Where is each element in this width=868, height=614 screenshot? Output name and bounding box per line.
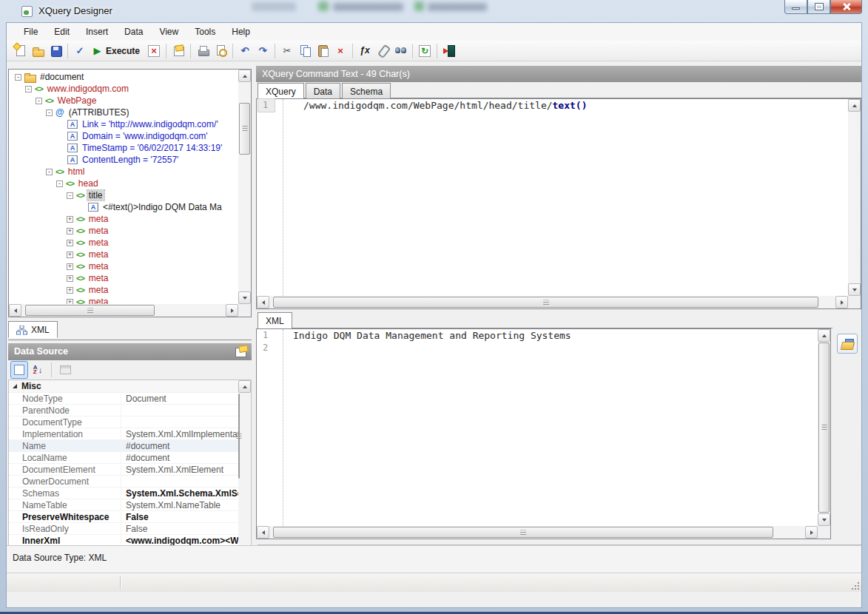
- tree-node[interactable]: +<>meta: [9, 284, 238, 296]
- scroll-right-button[interactable]: [805, 526, 818, 539]
- scroll-up-button[interactable]: [818, 329, 830, 342]
- property-row[interactable]: ParentNode: [9, 405, 238, 416]
- tree-node[interactable]: -<>WebPage: [9, 95, 238, 107]
- menu-item-insert[interactable]: Insert: [78, 23, 116, 41]
- tree-node[interactable]: +<>meta: [9, 296, 238, 304]
- tree-node[interactable]: +<>meta: [9, 272, 238, 284]
- alphabetical-sort-button[interactable]: AZ ↓: [30, 362, 46, 378]
- tree-node[interactable]: ADomain = 'www.indigodqm.com': [9, 130, 238, 142]
- refresh-button[interactable]: ↻: [416, 42, 434, 60]
- execute-button[interactable]: ▶Execute: [89, 42, 145, 60]
- scroll-left-button[interactable]: [257, 296, 269, 308]
- scroll-right-button[interactable]: [226, 304, 238, 317]
- tree-expander[interactable]: +: [67, 252, 73, 258]
- menu-item-tools[interactable]: Tools: [186, 23, 223, 41]
- tree-expander[interactable]: -: [46, 169, 53, 175]
- tree-vertical-scrollbar[interactable]: [238, 70, 251, 304]
- maximize-button[interactable]: [807, 0, 830, 14]
- categorized-view-button[interactable]: [11, 362, 27, 378]
- editor-vertical-scrollbar[interactable]: [848, 99, 861, 296]
- property-grid-scrollbar[interactable]: [238, 380, 251, 565]
- scrollbar-thumb[interactable]: [273, 527, 773, 538]
- open-button[interactable]: [29, 42, 47, 60]
- tree-expander[interactable]: -: [15, 74, 21, 81]
- menu-item-file[interactable]: File: [16, 23, 46, 41]
- scroll-right-button[interactable]: [835, 296, 848, 308]
- tree-node[interactable]: -<>head: [9, 178, 238, 189]
- stop-button[interactable]: ×: [145, 42, 163, 60]
- tree-node[interactable]: +<>meta: [9, 260, 238, 272]
- scrollbar-thumb[interactable]: [239, 103, 250, 155]
- category-expander-icon[interactable]: [13, 384, 17, 388]
- scroll-up-button[interactable]: [238, 380, 251, 393]
- properties-window-icon[interactable]: [235, 345, 248, 357]
- property-row[interactable]: PreserveWhitespaceFalse: [9, 511, 238, 523]
- tree-node[interactable]: +<>meta: [9, 237, 238, 249]
- menu-item-data[interactable]: Data: [116, 23, 151, 41]
- attach-button[interactable]: [374, 42, 391, 60]
- tree-expander[interactable]: +: [67, 228, 73, 235]
- property-row[interactable]: OwnerDocument: [9, 476, 238, 488]
- copy-button[interactable]: [296, 42, 314, 60]
- open-result-button[interactable]: [837, 334, 858, 354]
- tree-node[interactable]: -<>title: [9, 189, 238, 201]
- xquery-code-editor[interactable]: 1 /www.indigodqm.com/WebPage/html/head/t…: [256, 98, 861, 309]
- property-row[interactable]: SchemasSystem.Xml.Schema.XmlSc: [9, 488, 238, 499]
- function-button[interactable]: ƒx: [356, 42, 374, 60]
- tree-node[interactable]: +<>meta: [9, 249, 238, 260]
- properties-button[interactable]: [169, 42, 187, 60]
- new-document-button[interactable]: [11, 42, 29, 60]
- scroll-left-button[interactable]: [9, 304, 21, 317]
- tree-node[interactable]: ALink = 'http://www.indigodqm.com/': [9, 118, 238, 130]
- tree-expander[interactable]: -: [36, 98, 42, 104]
- property-row[interactable]: ImplementationSystem.Xml.XmlImplementati…: [9, 428, 238, 440]
- property-row[interactable]: DocumentElementSystem.Xml.XmlElement: [9, 464, 238, 476]
- tree-node[interactable]: -<>www.indigodqm.com: [9, 83, 238, 95]
- tab-xml-result[interactable]: XML: [258, 312, 292, 329]
- resize-grip-icon[interactable]: [851, 581, 860, 590]
- scrollbar-thumb[interactable]: [238, 394, 240, 479]
- redo-button[interactable]: ↷: [254, 42, 272, 60]
- tree-node[interactable]: AContentLength = '72557': [9, 154, 238, 166]
- property-row[interactable]: IsReadOnlyFalse: [9, 523, 238, 535]
- tree-expander[interactable]: +: [67, 299, 73, 305]
- tree-expander[interactable]: +: [67, 240, 73, 246]
- paste-button[interactable]: [314, 42, 332, 60]
- tree-expander[interactable]: -: [67, 192, 73, 199]
- property-row[interactable]: NameTableSystem.Xml.NameTable: [9, 499, 238, 511]
- find-button[interactable]: [391, 42, 409, 60]
- validate-button[interactable]: ✓: [71, 42, 89, 60]
- property-row[interactable]: NodeTypeDocument: [9, 393, 238, 405]
- title-bar[interactable]: XQuery Designer: [0, 0, 868, 22]
- tree-expander[interactable]: +: [67, 275, 73, 282]
- scroll-down-button[interactable]: [238, 291, 251, 304]
- result-horizontal-scrollbar[interactable]: [257, 526, 818, 539]
- tree-node[interactable]: -@(ATTRIBUTES): [9, 107, 238, 118]
- minimize-button[interactable]: [784, 0, 807, 14]
- tree-expander[interactable]: +: [67, 263, 73, 270]
- scroll-down-button[interactable]: [848, 283, 861, 296]
- tab-xml-tree[interactable]: XML: [8, 321, 58, 338]
- tree-node[interactable]: +<>meta: [9, 213, 238, 225]
- editor-horizontal-scrollbar[interactable]: [257, 296, 848, 308]
- scroll-up-button[interactable]: [848, 99, 861, 112]
- cut-button[interactable]: ✂: [278, 42, 296, 60]
- tree-node[interactable]: -#document: [9, 71, 238, 83]
- property-pages-button[interactable]: [57, 362, 73, 378]
- scrollbar-thumb[interactable]: [273, 297, 818, 308]
- tree-expander[interactable]: +: [67, 216, 73, 223]
- tree-node[interactable]: +<>meta: [9, 225, 238, 237]
- scrollbar-thumb[interactable]: [818, 343, 830, 513]
- result-vertical-scrollbar[interactable]: [818, 329, 830, 526]
- tree-expander[interactable]: -: [25, 86, 32, 92]
- exit-button[interactable]: [440, 42, 458, 60]
- tree-expander[interactable]: +: [67, 287, 73, 294]
- close-button[interactable]: [830, 0, 862, 14]
- scroll-left-button[interactable]: [257, 526, 269, 539]
- menu-item-view[interactable]: View: [151, 23, 186, 41]
- tree-expander[interactable]: -: [46, 109, 53, 116]
- result-xml-editor[interactable]: 12 Indigo DQM Data Management and Report…: [256, 328, 831, 539]
- tree-node[interactable]: A<#text()>Indigo DQM Data Ma: [9, 201, 238, 213]
- tree-node[interactable]: -<>html: [9, 166, 238, 178]
- tree-horizontal-scrollbar[interactable]: [9, 304, 238, 317]
